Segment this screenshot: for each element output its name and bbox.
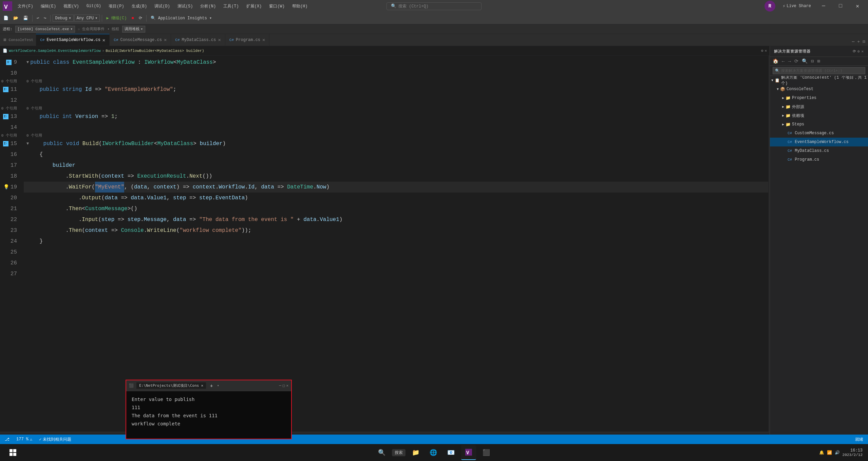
panel-forward-btn[interactable]: →	[787, 58, 792, 65]
terminal-dropdown-btn[interactable]: ▾	[217, 383, 220, 388]
toolbar-undo[interactable]: ↩	[35, 15, 41, 21]
panel-expand-btn[interactable]: ⊞	[816, 58, 821, 65]
process-dropdown[interactable]: [14560] ConsoleTest.exe ▾	[15, 26, 75, 33]
panel-home-btn[interactable]: 🏠	[771, 58, 780, 65]
gutter-indicator-15: I↑	[3, 141, 8, 146]
tab-close-btn[interactable]: ✕	[102, 37, 105, 43]
tree-eventsampleworkflow[interactable]: C# EventSampleWorkflow.cs	[770, 138, 868, 146]
taskbar-notification-icon[interactable]: 🔔	[819, 450, 824, 455]
terminal-add-btn[interactable]: +	[210, 383, 213, 388]
code-line-25	[24, 247, 768, 258]
menu-file[interactable]: 文件(F)	[14, 2, 37, 11]
line-number-9: I↑ 9	[0, 57, 20, 68]
panel-refresh-btn[interactable]: ⟳	[793, 58, 800, 65]
tab-close-btn[interactable]: ✕	[164, 37, 167, 43]
menu-help[interactable]: 帮助(H)	[289, 2, 311, 11]
menu-test[interactable]: 测试(S)	[174, 2, 196, 11]
terminal-maximize-btn[interactable]: □	[283, 383, 285, 388]
menu-extensions[interactable]: 扩展(X)	[243, 2, 265, 11]
live-share-button[interactable]: ⚡ Live Share	[779, 2, 814, 10]
panel-sync-btn[interactable]: ⟳	[853, 49, 856, 54]
minimize-button[interactable]: ─	[816, 0, 831, 12]
tree-properties[interactable]: ▶ 📁 Properties	[770, 94, 868, 102]
taskbar-explorer-btn[interactable]: 📁	[408, 445, 423, 460]
tree-mydataclass[interactable]: C# MyDataClass.cs	[770, 146, 868, 155]
start-button[interactable]: ▶ 继续(C)	[104, 15, 129, 22]
application-insights[interactable]: 🔍 Application Insights ▾	[149, 15, 214, 21]
folder-icon: 📁	[786, 113, 791, 118]
restart-button[interactable]: ⟳	[137, 15, 144, 21]
terminal-minimize-btn[interactable]: ─	[279, 383, 281, 388]
taskbar-clock[interactable]: 16:13 2023/2/12	[843, 448, 863, 457]
tab-close-btn[interactable]: ✕	[262, 37, 265, 43]
tree-steps[interactable]: ▶ 📁 Steps	[770, 120, 868, 129]
taskbar-sound-icon[interactable]: 🔊	[835, 450, 840, 455]
menu-tools[interactable]: 工具(T)	[220, 2, 242, 11]
windows-start-btn[interactable]	[5, 445, 20, 460]
menu-git[interactable]: Git(G)	[83, 2, 105, 10]
tree-custommessage[interactable]: C# CustomMessage.cs	[770, 129, 868, 138]
panel-filter-btn[interactable]: 🔍	[800, 58, 809, 65]
git-branch-btn[interactable]: ⎇	[3, 435, 12, 444]
taskbar-browser-btn[interactable]: 🌐	[426, 445, 441, 460]
tab-overflow-btn[interactable]: ⋯	[851, 38, 856, 46]
path-settings-btn[interactable]: ⚙	[761, 48, 763, 53]
taskbar-mail-btn[interactable]: 📧	[444, 445, 458, 460]
toolbar-redo[interactable]: ↪	[42, 15, 48, 21]
solution-root[interactable]: ▼ 📋 解决方案 'ConsoleTest' (1 个项目，共 1 个)	[770, 76, 868, 85]
stop-button[interactable]: ■	[129, 15, 136, 21]
menu-debug[interactable]: 调试(D)	[151, 2, 173, 11]
panel-close-btn[interactable]: ✕	[861, 49, 864, 54]
split-editor-btn[interactable]: ⊟	[861, 38, 867, 46]
no-issues-btn[interactable]: ✓ 未找到相关问题	[37, 435, 73, 444]
panel-settings-btn[interactable]: ⚙	[857, 49, 860, 54]
solution-search-box[interactable]: 🔍 搜索解决方案资源管理器 (Ctrl+;)	[773, 67, 865, 74]
restore-button[interactable]: □	[833, 0, 848, 12]
ref-count-row-15: 0 个引用	[0, 133, 20, 138]
taskbar-wifi-icon[interactable]: 📶	[827, 450, 832, 455]
menu-window[interactable]: 窗口(W)	[266, 2, 288, 11]
tab-program[interactable]: C# Program.cs ✕	[225, 34, 270, 46]
debug-config-dropdown[interactable]: Debug ▾	[53, 15, 73, 22]
ref-count-13: 0 个引用	[24, 106, 768, 111]
terminal-close-icon[interactable]: ✕	[201, 383, 203, 388]
tab-mydataclass[interactable]: C# MyDataClass.cs ✕	[171, 34, 225, 46]
path-close-btn[interactable]: ✕	[765, 48, 767, 53]
collapse-icon-9[interactable]: ▼	[26, 57, 29, 68]
user-avatar[interactable]: R	[765, 1, 775, 12]
tree-external[interactable]: ▶ 📁 外部源	[770, 102, 868, 111]
menu-build[interactable]: 生成(B)	[128, 2, 151, 11]
toolbar-new[interactable]: 📄	[1, 15, 11, 21]
terminal-close-btn[interactable]: ✕	[286, 383, 288, 388]
taskbar-terminal-btn[interactable]: ⬛	[479, 445, 494, 460]
menu-project[interactable]: 项目(P)	[105, 2, 128, 11]
tab-consolemessage[interactable]: C# ConsoleMessage.cs ✕	[110, 34, 171, 46]
arch-dropdown[interactable]: Any CPU ▾	[74, 15, 100, 22]
terminal-tab-active[interactable]: E:\NetProjects\测试项目\Cons ✕	[136, 382, 206, 389]
toolbar-save[interactable]: 💾	[21, 15, 30, 21]
tree-dependencies[interactable]: ▶ 📁 依赖项	[770, 111, 868, 120]
menu-edit[interactable]: 编辑(E)	[37, 2, 60, 11]
code-content[interactable]: ▼ public class EventSampleWorkflow : IWo…	[24, 56, 768, 432]
encoding-btn[interactable]: 就绪	[853, 437, 865, 442]
new-tab-btn[interactable]: +	[856, 38, 861, 46]
panel-back-btn[interactable]: ←	[780, 58, 786, 65]
tree-program[interactable]: C# Program.cs	[770, 155, 868, 164]
tab-eventsampleworkflow[interactable]: C# EventSampleWorkflow.cs ✕	[36, 34, 110, 46]
error-warning-btn[interactable]: 177 % ⚠	[14, 435, 34, 444]
taskbar-search-box[interactable]: 搜索	[392, 449, 405, 456]
resize-divider[interactable]	[768, 56, 770, 432]
taskbar-search-btn[interactable]: 🔍	[374, 445, 389, 460]
menu-view[interactable]: 视图(V)	[60, 2, 82, 11]
toolbar-open[interactable]: 📂	[11, 15, 20, 21]
panel-collapse-btn[interactable]: ⊟	[810, 58, 815, 65]
callstack-dropdown[interactable]: 调用堆栈 ▾	[122, 26, 146, 33]
taskbar-vs-btn[interactable]: V	[461, 445, 476, 460]
menu-analyze[interactable]: 分析(N)	[197, 2, 219, 11]
collapse-icon-15[interactable]: ▼	[26, 138, 29, 149]
lightbulb-icon[interactable]: 💡	[3, 182, 9, 193]
search-bar[interactable]: 🔍 搜索 (Ctrl+Q)	[386, 2, 482, 10]
close-button[interactable]: ✕	[850, 0, 865, 12]
tab-close-btn[interactable]: ✕	[218, 37, 221, 43]
line-number-27: 27	[0, 268, 20, 279]
